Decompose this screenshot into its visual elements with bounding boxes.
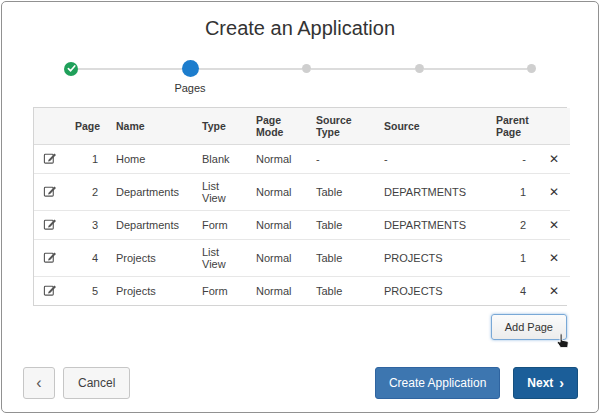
chevron-left-icon: ‹ (36, 374, 41, 392)
header-type: Type (196, 108, 250, 145)
next-label: Next (527, 376, 553, 390)
create-application-label: Create Application (389, 376, 486, 390)
next-button[interactable]: Next › (513, 367, 578, 399)
cell-source-type: Table (310, 277, 378, 306)
table-row: 2 Departments List View Normal Table DEP… (34, 174, 570, 211)
create-application-button[interactable]: Create Application (375, 367, 500, 399)
add-page-label: Add Page (505, 321, 553, 333)
delete-cell: ✕ (538, 145, 570, 174)
check-icon (67, 64, 76, 73)
page-title: Create an Application (2, 2, 598, 40)
edit-cell (34, 145, 66, 174)
step-current-pages: Pages (182, 60, 199, 77)
header-source-type: Source Type (310, 108, 378, 145)
delete-cell: ✕ (538, 174, 570, 211)
edit-cell (34, 174, 66, 211)
header-parent-page: Parent Page (490, 108, 538, 145)
edit-page-icon[interactable] (43, 184, 57, 198)
table-header-row: Page Name Type Page Mode Source Type Sou… (34, 108, 570, 145)
cursor-pointer-icon (555, 333, 570, 352)
pages-table: Page Name Type Page Mode Source Type Sou… (33, 107, 567, 306)
table-row: 1 Home Blank Normal - - - ✕ (34, 145, 570, 174)
step-current-label: Pages (174, 82, 205, 94)
cancel-label: Cancel (78, 376, 115, 390)
delete-page-icon[interactable]: ✕ (549, 186, 559, 198)
cell-type: List View (196, 240, 250, 277)
edit-page-icon[interactable] (43, 250, 57, 264)
header-source: Source (378, 108, 490, 145)
chevron-right-icon: › (559, 375, 564, 391)
delete-page-icon[interactable]: ✕ (549, 285, 559, 297)
wizard-footer: ‹ Cancel Create Application Next › (2, 367, 598, 412)
table-row: 4 Projects List View Normal Table PROJEC… (34, 240, 570, 277)
back-button[interactable]: ‹ (23, 367, 55, 399)
cell-name: Projects (110, 240, 196, 277)
cell-name: Home (110, 145, 196, 174)
stepper-line (199, 68, 303, 70)
header-page: Page (66, 108, 110, 145)
cell-page-mode: Normal (250, 211, 310, 240)
edit-page-icon[interactable] (43, 283, 57, 297)
cell-page: 1 (66, 145, 110, 174)
step-completed-icon (64, 62, 78, 76)
add-page-row: Add Page (33, 314, 567, 340)
cell-name: Projects (110, 277, 196, 306)
cell-page-mode: Normal (250, 174, 310, 211)
cell-parent-page: 1 (490, 240, 538, 277)
delete-page-icon[interactable]: ✕ (549, 219, 559, 231)
create-application-dialog: Create an Application Pages Pag (1, 1, 599, 413)
cell-parent-page: 2 (490, 211, 538, 240)
cell-source: PROJECTS (378, 240, 490, 277)
cell-name: Departments (110, 174, 196, 211)
cell-parent-page: 4 (490, 277, 538, 306)
cell-type: Form (196, 277, 250, 306)
cell-source: DEPARTMENTS (378, 211, 490, 240)
header-page-mode: Page Mode (250, 108, 310, 145)
table-row: 3 Departments Form Normal Table DEPARTME… (34, 211, 570, 240)
delete-cell: ✕ (538, 277, 570, 306)
cell-name: Departments (110, 211, 196, 240)
cell-parent-page: - (490, 145, 538, 174)
cell-source-type: Table (310, 240, 378, 277)
cell-type: Form (196, 211, 250, 240)
edit-page-icon[interactable] (43, 217, 57, 231)
table-row: 5 Projects Form Normal Table PROJECTS 4 … (34, 277, 570, 306)
step-future (302, 64, 311, 73)
stepper-line (311, 68, 415, 70)
step-future (415, 64, 424, 73)
cell-parent-page: 1 (490, 174, 538, 211)
delete-page-icon[interactable]: ✕ (549, 153, 559, 165)
cell-source: PROJECTS (378, 277, 490, 306)
stepper-line (424, 68, 528, 70)
cell-source-type: Table (310, 174, 378, 211)
cell-source-type: Table (310, 211, 378, 240)
cell-page: 3 (66, 211, 110, 240)
cell-page: 4 (66, 240, 110, 277)
edit-cell (34, 240, 66, 277)
wizard-progress-stepper: Pages (64, 60, 536, 77)
edit-page-icon[interactable] (43, 151, 57, 165)
header-delete (538, 108, 570, 145)
delete-page-icon[interactable]: ✕ (549, 252, 559, 264)
header-edit (34, 108, 66, 145)
header-name: Name (110, 108, 196, 145)
add-page-button[interactable]: Add Page (491, 314, 567, 340)
cell-source: - (378, 145, 490, 174)
cell-page-mode: Normal (250, 240, 310, 277)
delete-cell: ✕ (538, 211, 570, 240)
edit-cell (34, 277, 66, 306)
cell-page-mode: Normal (250, 277, 310, 306)
cell-type: Blank (196, 145, 250, 174)
cell-page: 5 (66, 277, 110, 306)
cell-source: DEPARTMENTS (378, 174, 490, 211)
cancel-button[interactable]: Cancel (63, 367, 130, 399)
cell-type: List View (196, 174, 250, 211)
cell-source-type: - (310, 145, 378, 174)
cell-page: 2 (66, 174, 110, 211)
stepper-line (78, 68, 182, 70)
delete-cell: ✕ (538, 240, 570, 277)
edit-cell (34, 211, 66, 240)
cell-page-mode: Normal (250, 145, 310, 174)
step-future (527, 64, 536, 73)
